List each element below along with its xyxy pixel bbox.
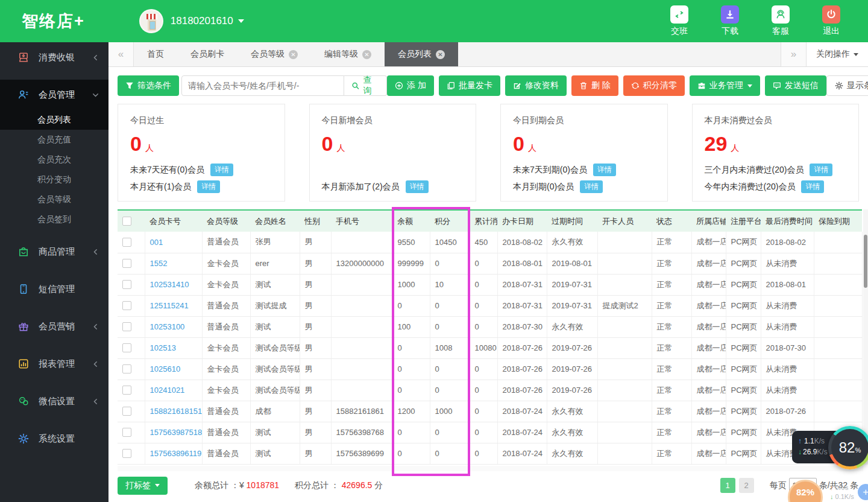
col-header-store[interactable]: 所属店铺 <box>691 210 726 232</box>
mini-monitor-widget[interactable]: 82% ↑ 0K/s ↓ 0.1K/s + <box>788 480 868 502</box>
header-action-客服[interactable]: 客服 <box>772 5 790 37</box>
cell-card_no[interactable]: 157563987518 <box>145 422 202 443</box>
cell-expire_time: 2019-07-26 <box>547 380 597 401</box>
toolbar-button-积分清零[interactable]: 积分清零 <box>623 75 685 96</box>
account-menu[interactable]: 18180201610 <box>139 9 244 33</box>
sidebar-subitem-会员充值[interactable]: 会员充值 <box>0 130 108 150</box>
close-icon[interactable]: ✕ <box>436 50 445 59</box>
tab-会员等级[interactable]: 会员等级✕ <box>237 42 311 66</box>
sidebar-subitem-会员等级[interactable]: 会员等级 <box>0 189 108 209</box>
cell-card_no[interactable]: 10253100 <box>145 316 202 337</box>
sidebar-item-报表管理[interactable]: 报表管理 <box>0 349 108 379</box>
header-action-交班[interactable]: 交班 <box>670 5 688 37</box>
row-checkbox[interactable] <box>122 238 131 247</box>
page-button-2[interactable]: 2 <box>739 478 754 493</box>
cell-card_no[interactable]: 102531410 <box>145 274 202 295</box>
col-header-last_consume[interactable]: 最后消费时间 <box>761 210 814 232</box>
sidebar-item-短信管理[interactable]: 短信管理 <box>0 274 108 304</box>
tab-编辑等级[interactable]: 编辑等级✕ <box>311 42 385 66</box>
sidebar-subitem-积分变动[interactable]: 积分变动 <box>0 170 108 189</box>
sidebar-item-消费收银[interactable]: 消费收银 <box>0 42 108 72</box>
col-header-operator[interactable]: 开卡人员 <box>597 210 652 232</box>
cell-card_no[interactable]: 125115241 <box>145 295 202 316</box>
search-button[interactable]: 查询 <box>344 75 387 96</box>
sidebar-subitem-会员列表[interactable]: 会员列表 <box>0 110 108 130</box>
toolbar-button-修改资料[interactable]: 修改资料 <box>505 75 567 96</box>
search-input[interactable] <box>181 75 344 96</box>
col-header-balance[interactable]: 余额 <box>392 210 430 232</box>
col-header-expire_time[interactable]: 过期时间 <box>547 210 597 232</box>
row-checkbox[interactable] <box>122 449 131 458</box>
col-header-status[interactable]: 状态 <box>652 210 691 232</box>
sidebar-item-会员营销[interactable]: 会员营销 <box>0 311 108 342</box>
header-action-退出[interactable]: 退出 <box>822 5 840 37</box>
detail-badge[interactable]: 详情 <box>580 180 603 193</box>
sidebar-item-会员管理[interactable]: 会员管理 <box>0 80 108 110</box>
sidebar-subitem-会员签到[interactable]: 会员签到 <box>0 209 108 229</box>
detail-badge[interactable]: 详情 <box>210 164 233 176</box>
toolbar-button-业务管理[interactable]: 业务管理 <box>690 75 760 96</box>
tabs-scroll-left-button[interactable]: « <box>108 42 134 66</box>
header-action-下载[interactable]: 下载 <box>721 5 739 37</box>
cell-card_no[interactable]: 1552 <box>145 253 202 274</box>
trash-icon <box>579 81 591 90</box>
close-icon[interactable]: ✕ <box>362 50 371 59</box>
detail-badge[interactable]: 详情 <box>593 164 616 176</box>
filter-button[interactable]: 筛选条件 <box>118 75 179 96</box>
row-checkbox[interactable] <box>122 280 131 289</box>
table-vertical-scrollbar[interactable] <box>863 209 868 465</box>
sidebar-item-微信设置[interactable]: 微信设置 <box>0 386 108 416</box>
goods-icon <box>18 246 30 258</box>
select-all-checkbox[interactable] <box>122 217 131 226</box>
mini-gauge[interactable]: 82% <box>788 480 823 502</box>
col-header-insurance[interactable]: 保险到期 <box>814 210 862 232</box>
sidebar-item-系统设置[interactable]: 系统设置 <box>0 424 108 454</box>
col-header-card_no[interactable]: 会员卡号 <box>145 210 202 232</box>
row-checkbox[interactable] <box>122 343 131 352</box>
cell-operator <box>597 443 652 464</box>
row-checkbox[interactable] <box>122 428 131 437</box>
row-checkbox[interactable] <box>122 364 131 373</box>
col-header-name[interactable]: 会员姓名 <box>250 210 300 232</box>
tab-会员列表[interactable]: 会员列表✕ <box>385 42 458 66</box>
toolbar-button-批量发卡[interactable]: 批量发卡 <box>439 75 500 96</box>
cell-card_no[interactable]: 157563896119 <box>145 443 202 464</box>
detail-badge[interactable]: 详情 <box>197 180 220 193</box>
col-header-points[interactable]: 积分 <box>430 210 470 232</box>
print-tag-button[interactable]: 打标签 <box>118 477 168 495</box>
tab-会员刷卡[interactable]: 会员刷卡 <box>177 42 237 66</box>
detail-badge[interactable]: 详情 <box>801 180 824 193</box>
close-operations-button[interactable]: 关闭操作 <box>806 42 868 66</box>
col-header-phone[interactable]: 手机号 <box>331 210 392 232</box>
tab-首页[interactable]: 首页 <box>134 42 177 66</box>
performance-gauge[interactable]: 82 % <box>828 426 868 469</box>
cell-card_no[interactable]: 10241021 <box>145 380 202 401</box>
col-header-total_consume[interactable]: 累计消费 <box>470 210 497 232</box>
toolbar-button-添加[interactable]: 添 加 <box>387 75 434 96</box>
close-icon[interactable]: ✕ <box>289 50 298 59</box>
cell-card_no[interactable]: 102513 <box>145 337 202 358</box>
detail-badge[interactable]: 详情 <box>810 164 832 176</box>
sidebar-subitem-会员充次[interactable]: 会员充次 <box>0 150 108 170</box>
toolbar-button-删除[interactable]: 删 除 <box>571 75 618 96</box>
row-checkbox[interactable] <box>122 322 131 331</box>
cell-card_no[interactable]: 158821618151 <box>145 401 202 422</box>
col-header-platform[interactable]: 注册平台 <box>726 210 761 232</box>
row-checkbox[interactable] <box>122 301 131 310</box>
sidebar-item-商品管理[interactable]: 商品管理 <box>0 237 108 267</box>
expand-plus-button[interactable]: + <box>858 484 868 500</box>
row-checkbox[interactable] <box>122 407 131 416</box>
toolbar-button-发送短信[interactable]: 发送短信 <box>765 75 826 96</box>
col-header-level[interactable]: 会员等级 <box>202 210 250 232</box>
tabs-scroll-right-button[interactable]: » <box>781 42 806 66</box>
cell-card_no[interactable]: 001 <box>145 232 202 253</box>
cell-card_no[interactable]: 1025610 <box>145 358 202 380</box>
row-checkbox[interactable] <box>122 259 131 268</box>
table-horizontal-scrollbar[interactable] <box>118 466 863 471</box>
col-header-open_date[interactable]: 办卡日期 <box>497 210 547 232</box>
col-header-gender[interactable]: 性别 <box>300 210 331 232</box>
display-columns-button[interactable]: 显示条目 <box>826 75 868 96</box>
detail-badge[interactable]: 详情 <box>406 180 429 193</box>
page-button-1[interactable]: 1 <box>720 478 735 493</box>
row-checkbox[interactable] <box>122 386 131 395</box>
